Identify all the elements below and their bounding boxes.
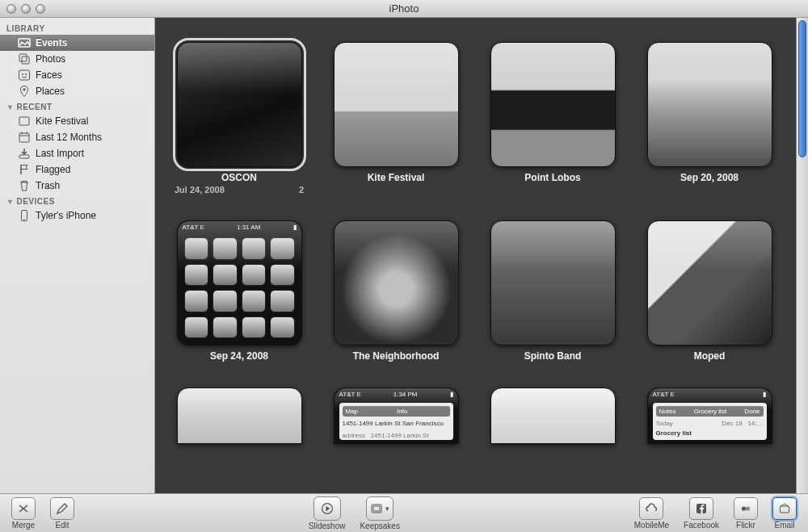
- tool-slideshow[interactable]: Slideshow: [309, 496, 346, 530]
- svg-point-7: [23, 88, 25, 90]
- event-partial[interactable]: AT&T E1:34 PM▮ MapInfo 1451-1499 Larkin …: [320, 387, 472, 444]
- flag-icon: [18, 163, 31, 176]
- tool-merge[interactable]: Merge: [11, 497, 36, 530]
- close-window-button[interactable]: [6, 4, 16, 14]
- tool-label: Flickr: [736, 521, 755, 530]
- tool-label: MobileMe: [634, 521, 669, 530]
- event-point-lobos[interactable]: Point Lobos: [477, 42, 629, 195]
- tool-label: Slideshow: [309, 522, 346, 530]
- places-icon: [18, 85, 31, 98]
- faces-icon: [18, 69, 31, 82]
- event-partial[interactable]: [477, 387, 629, 444]
- event-thumbnail[interactable]: [647, 42, 772, 167]
- event-thumbnail[interactable]: [490, 220, 616, 346]
- svg-point-21: [746, 506, 750, 510]
- event-thumbnail[interactable]: AT&T E1:34 PM▮ MapInfo 1451-1499 Larkin …: [334, 387, 459, 444]
- tool-facebook[interactable]: Facebook: [684, 497, 719, 530]
- sidebar-item-last-12-months[interactable]: Last 12 Months: [0, 129, 154, 145]
- event-thumbnail[interactable]: [177, 42, 302, 167]
- event-count: 2: [299, 185, 304, 195]
- keepsakes-icon: [366, 496, 393, 521]
- sidebar-item-label: Flagged: [36, 164, 70, 175]
- sidebar-section-label: LIBRARY: [6, 24, 45, 33]
- sidebar-section-library: LIBRARY: [0, 21, 154, 35]
- event-title: The Neighborhood: [353, 350, 440, 362]
- event-sep-20-2008[interactable]: Sep 20, 2008: [633, 42, 785, 195]
- slideshow-icon: [314, 496, 341, 521]
- sidebar-item-label: Trash: [36, 180, 60, 191]
- vertical-scrollbar[interactable]: [796, 18, 808, 493]
- event-title: Sep 24, 2008: [210, 350, 268, 362]
- svg-rect-3: [22, 57, 29, 64]
- tool-email[interactable]: Email: [772, 497, 797, 530]
- event-thumbnail[interactable]: [334, 220, 459, 346]
- event-partial[interactable]: AT&T E▮ NotesGrocery listDone TodayDec 1…: [633, 387, 785, 444]
- event-thumbnail[interactable]: [334, 42, 459, 167]
- svg-rect-13: [19, 155, 29, 158]
- sidebar-item-label: Last 12 Months: [36, 132, 102, 143]
- sidebar-item-flagged[interactable]: Flagged: [0, 161, 154, 178]
- tool-edit[interactable]: Edit: [50, 497, 74, 530]
- tool-mobileme[interactable]: MobileMe: [634, 497, 669, 530]
- import-icon: [18, 147, 31, 160]
- sidebar-item-events[interactable]: Events: [0, 35, 154, 51]
- event-thumbnail[interactable]: [490, 42, 616, 167]
- event-date: Jul 24, 2008: [175, 185, 225, 195]
- tool-label: Facebook: [684, 521, 719, 530]
- event-thumbnail[interactable]: AT&T E1:31 AM▮: [177, 220, 302, 346]
- mobileme-icon: [639, 497, 663, 520]
- sidebar-item-label: Kite Festival: [36, 115, 88, 127]
- sidebar-section-devices[interactable]: ▼ DEVICES: [0, 194, 154, 207]
- sidebar-item-tylers-iphone[interactable]: Tyler's iPhone: [0, 207, 154, 224]
- svg-point-5: [22, 73, 23, 75]
- sidebar-item-label: Photos: [36, 53, 65, 65]
- svg-rect-2: [19, 54, 27, 61]
- sidebar-item-places[interactable]: Places: [0, 83, 154, 99]
- svg-point-6: [25, 73, 27, 75]
- edit-icon: [50, 497, 74, 520]
- email-icon: [772, 497, 797, 520]
- event-title: Sep 20, 2008: [680, 172, 739, 183]
- window-title: iPhoto: [0, 2, 808, 15]
- event-thumbnail[interactable]: [490, 387, 616, 444]
- sidebar-item-kite-festival[interactable]: Kite Festival: [0, 113, 154, 129]
- svg-rect-9: [19, 133, 29, 142]
- events-icon: [18, 36, 31, 49]
- svg-point-15: [23, 219, 25, 220]
- svg-rect-18: [373, 506, 380, 511]
- event-moped[interactable]: Moped: [633, 220, 785, 362]
- minimize-window-button[interactable]: [21, 4, 31, 14]
- disclosure-triangle-icon: ▼: [6, 103, 14, 111]
- event-the-neighborhood[interactable]: The Neighborhood: [320, 220, 472, 362]
- tool-flickr[interactable]: Flickr: [734, 497, 758, 530]
- sidebar-item-label: Faces: [36, 69, 62, 81]
- sidebar-section-recent[interactable]: ▼ RECENT: [0, 99, 154, 113]
- event-kite-festival[interactable]: Kite Festival: [320, 42, 472, 195]
- tool-label: Merge: [12, 521, 35, 530]
- sidebar-item-last-import[interactable]: Last Import: [0, 145, 154, 161]
- tool-label: Keepsakes: [360, 522, 399, 530]
- sidebar-section-label: RECENT: [16, 103, 52, 111]
- event-thumbnail[interactable]: [177, 387, 302, 444]
- merge-icon: [11, 497, 36, 520]
- facebook-icon: [689, 497, 713, 520]
- flickr-icon: [734, 497, 758, 520]
- event-spinto-band[interactable]: Spinto Band: [477, 220, 629, 362]
- event-partial[interactable]: [163, 387, 315, 444]
- sidebar-item-label: Last Import: [36, 148, 84, 159]
- tool-keepsakes[interactable]: Keepsakes: [360, 496, 399, 530]
- event-oscon[interactable]: OSCON Jul 24, 2008 2: [163, 42, 315, 195]
- zoom-window-button[interactable]: [36, 4, 45, 14]
- sidebar-item-trash[interactable]: Trash: [0, 178, 154, 194]
- event-title: Spinto Band: [524, 350, 582, 362]
- event-title: Point Lobos: [524, 172, 580, 183]
- event-meta: Jul 24, 2008 2: [175, 185, 304, 195]
- photos-icon: [18, 52, 31, 65]
- sidebar-item-faces[interactable]: Faces: [0, 67, 154, 83]
- event-sep-24-2008[interactable]: AT&T E1:31 AM▮ Sep 24, 2008: [163, 220, 315, 362]
- event-thumbnail[interactable]: AT&T E▮ NotesGrocery listDone TodayDec 1…: [647, 387, 772, 444]
- scrollbar-thumb[interactable]: [798, 20, 806, 157]
- event-thumbnail[interactable]: [647, 220, 772, 346]
- sidebar-item-photos[interactable]: Photos: [0, 51, 154, 67]
- events-grid-area: OSCON Jul 24, 2008 2 Kite Festival Point…: [155, 18, 808, 493]
